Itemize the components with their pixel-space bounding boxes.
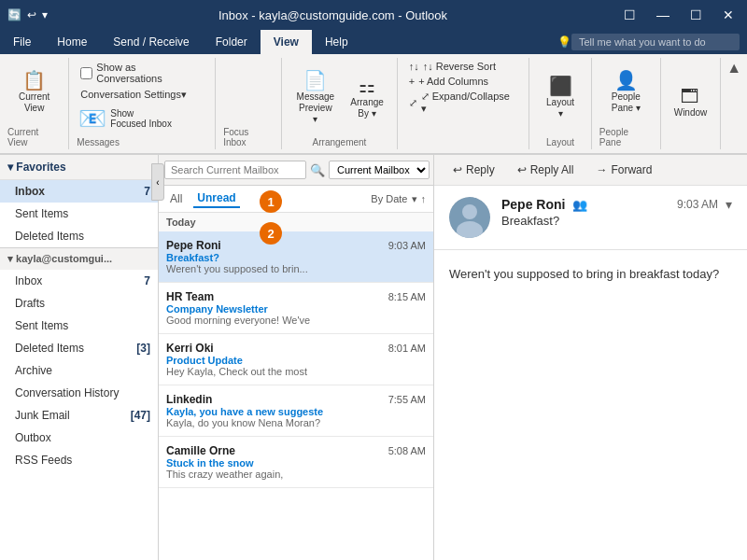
tab-send-receive[interactable]: Send / Receive	[100, 30, 202, 54]
mail-time: 8:01 AM	[388, 343, 426, 354]
step-1-indicator: 1	[260, 190, 282, 213]
mail-search-input[interactable]	[164, 161, 306, 179]
preview-time: 9:03 AM	[677, 198, 718, 211]
mail-search-bar: 🔍 Current Mailbox	[159, 155, 433, 186]
message-preview-items: 📄 MessagePreview ▾ ⚏ ArrangeBy ▾	[289, 60, 388, 133]
show-focused-inbox-btn[interactable]: 📧 ShowFocused Inbox	[77, 104, 174, 133]
sidebar-item-label: Archive	[15, 364, 52, 377]
arrange-by-label: ArrangeBy ▾	[350, 97, 384, 119]
avatar	[449, 197, 490, 238]
close-btn[interactable]: ✕	[717, 6, 740, 24]
expand-icon: ⤢	[409, 97, 417, 109]
minimize-btn[interactable]: —	[651, 6, 675, 24]
tab-file[interactable]: File	[0, 30, 44, 54]
tab-view[interactable]: View	[261, 30, 312, 54]
arrange-by-btn[interactable]: ⚏ ArrangeBy ▾	[345, 73, 388, 121]
ribbon-search-input[interactable]	[571, 34, 740, 50]
maximize-btn[interactable]: ☐	[684, 6, 708, 24]
mail-item[interactable]: Linkedin 7:55 AM Kayla, you have a new s…	[159, 385, 433, 437]
account-section[interactable]: ▾ kayla@customgui...	[0, 247, 158, 270]
tab-home[interactable]: Home	[44, 30, 100, 54]
filter-unread[interactable]: Unread	[193, 189, 239, 208]
layout-btn[interactable]: ⬛ Layout ▾	[537, 73, 584, 121]
tab-help[interactable]: Help	[312, 30, 361, 54]
search-icon[interactable]: 🔍	[310, 163, 325, 177]
collapse-ribbon-btn[interactable]: ▲	[721, 58, 747, 149]
expand-preview-btn[interactable]: ▾	[726, 197, 732, 212]
mail-time: 7:55 AM	[388, 394, 426, 405]
sidebar-toggle-btn[interactable]: ‹	[151, 163, 164, 201]
mail-preview: Good morning everyone! We've	[166, 315, 426, 326]
reply-btn[interactable]: ↩ Reply	[445, 161, 502, 179]
account-item-archive[interactable]: Archive	[0, 359, 158, 382]
preview-sender-row: Pepe Roni 👥 9:03 AM ▾	[501, 197, 732, 212]
account-item-junk-email[interactable]: Junk Email[47]	[0, 404, 158, 427]
group-messages: Show as Conversations Conversation Setti…	[69, 58, 216, 149]
favorites-section[interactable]: ▾ Favorites	[0, 155, 158, 180]
sort-control[interactable]: By Date ▾ ↑	[371, 193, 426, 205]
mail-list-pane: 1 2 🔍 Current Mailbox All Unread By Date…	[159, 155, 434, 560]
sort-label: By Date	[371, 193, 407, 204]
badge: 7	[144, 185, 150, 198]
favorites-label: ▾ Favorites	[7, 161, 66, 174]
reply-all-btn[interactable]: ↩ Reply All	[510, 161, 582, 179]
sidebar-item-sent-items[interactable]: Sent Items	[0, 203, 158, 225]
mail-sender: Linkedin	[166, 393, 212, 406]
account-item-outbox[interactable]: Outbox	[0, 427, 158, 449]
people-pane-btn[interactable]: 👤 PeoplePane ▾	[605, 67, 646, 116]
layout-icon: ⬛	[549, 75, 572, 97]
sidebar-item-deleted-items[interactable]: Deleted Items	[0, 225, 158, 247]
ribbon-tabs: File Home Send / Receive Folder View Hel…	[0, 30, 747, 54]
reply-icon: ↩	[453, 163, 462, 176]
mailbox-select[interactable]: Current Mailbox	[329, 161, 430, 179]
mail-sender: Pepe Roni	[166, 239, 221, 252]
window-title: Inbox - kayla@customguide.com - Outlook	[48, 8, 618, 22]
mail-filter-bar: All Unread By Date ▾ ↑	[159, 186, 433, 213]
message-preview-label: MessagePreview ▾	[295, 91, 335, 125]
expand-collapse-btn[interactable]: ⤢ ⤢ Expand/Collapse ▾	[405, 90, 522, 116]
message-preview-btn[interactable]: 📄 MessagePreview ▾	[289, 67, 341, 127]
mail-subject: Kayla, you have a new suggeste	[166, 406, 426, 417]
preview-meta: Pepe Roni 👥 9:03 AM ▾ Breakfast?	[501, 197, 732, 228]
show-conversations-check[interactable]: Show as Conversations	[77, 60, 207, 86]
undo-icon[interactable]: ↩	[27, 8, 36, 21]
mail-items: Pepe Roni 9:03 AM Breakfast? Weren't you…	[159, 231, 433, 488]
show-conversations-checkbox[interactable]	[80, 67, 92, 79]
group-sort: ↑↓ ↑↓ Reverse Sort + + Add Columns ⤢ ⤢ E…	[398, 58, 530, 149]
sidebar-item-label: Deleted Items	[15, 230, 84, 243]
mail-item[interactable]: Kerri Oki 8:01 AM Product Update Hey Kay…	[159, 334, 433, 385]
group-arrangement-label: Arrangement	[313, 137, 367, 147]
account-item-conversation-history[interactable]: Conversation History	[0, 382, 158, 404]
account-list: Inbox7DraftsSent ItemsDeleted Items[3]Ar…	[0, 270, 158, 471]
account-item-rss-feeds[interactable]: RSS Feeds	[0, 449, 158, 471]
mail-subject: Product Update	[166, 355, 426, 366]
people-icon: 👤	[614, 69, 638, 91]
window-btn[interactable]: 🗔 Window	[669, 83, 713, 120]
mail-item[interactable]: HR Team 8:15 AM Company Newsletter Good …	[159, 283, 433, 334]
mail-item-top: HR Team 8:15 AM	[166, 290, 426, 303]
conversation-settings-btn[interactable]: Conversation Settings▾	[77, 88, 190, 102]
account-item-inbox[interactable]: Inbox7	[0, 270, 158, 292]
forward-btn[interactable]: → Forward	[588, 161, 659, 179]
ribbon-search-bar: 💡	[550, 30, 747, 54]
sidebar-item-label: RSS Feeds	[15, 454, 72, 467]
tab-folder[interactable]: Folder	[203, 30, 261, 54]
mail-preview: Kayla, do you know Nena Moran?	[166, 417, 426, 428]
reverse-sort-btn[interactable]: ↑↓ ↑↓ Reverse Sort	[405, 60, 500, 73]
account-item-drafts[interactable]: Drafts	[0, 292, 158, 315]
sidebar-item-inbox[interactable]: Inbox7	[0, 180, 158, 203]
mail-time: 9:03 AM	[388, 240, 426, 251]
add-columns-btn[interactable]: + + Add Columns	[405, 75, 492, 88]
filter-all[interactable]: All	[166, 190, 186, 207]
mail-item[interactable]: Pepe Roni 9:03 AM Breakfast? Weren't you…	[159, 231, 433, 283]
mail-item-top: Kerri Oki 8:01 AM	[166, 342, 426, 355]
restore-down-btn[interactable]: ☐	[618, 6, 641, 24]
account-item-deleted-items[interactable]: Deleted Items[3]	[0, 337, 158, 359]
mail-item[interactable]: Camille Orne 5:08 AM Stuck in the snow T…	[159, 437, 433, 488]
group-window: 🗔 Window	[661, 58, 721, 149]
window-items: 🗔 Window	[669, 60, 713, 144]
people-pane-label: PeoplePane ▾	[612, 91, 641, 114]
account-item-sent-items[interactable]: Sent Items	[0, 315, 158, 337]
group-current-view-label: Current View	[7, 127, 61, 147]
current-view-btn[interactable]: 📋 CurrentView	[13, 67, 55, 116]
